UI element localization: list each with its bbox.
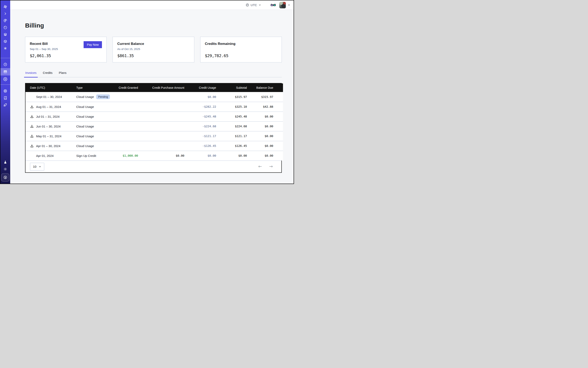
billing-summary-cards: Recent Bill Sep 01 – Sep 30, 2025 $2,061… [25,37,282,62]
tab-plans[interactable]: Plans [59,71,67,77]
pagination-controls: ← → [258,165,273,169]
table-row: Sept 01 – 30, 2024 Cloud Usage Pending $… [26,92,283,102]
subtotal-value: $0.00 [216,151,247,161]
credit-granted-value [115,92,138,102]
invoice-type: Cloud Usage [76,105,94,109]
invoice-date: Apr 01 – 30, 2024 [36,144,60,148]
invoice-type: Sign Up Credit [76,154,96,157]
glasses-icon [271,3,276,7]
current-balance-card: Current Balance As of Oct 15, 2025 $861.… [113,37,194,62]
explore-icon[interactable] [0,17,10,24]
table-row: Apr 01 – 30, 2024 Cloud Usage -$126.45 $… [26,141,283,151]
presentation-mode-button[interactable] [271,3,276,7]
credit-purchase-value [138,141,184,151]
column-header-subtotal: Subtotal [216,83,247,92]
prev-page-button[interactable]: ← [258,165,262,169]
balance-due-value: $0.00 [247,111,283,121]
download-invoice-icon[interactable] [30,105,34,109]
expand-sidebar-icon[interactable] [0,10,10,17]
recent-bill-card: Recent Bill Sep 01 – Sep 30, 2025 $2,061… [25,37,107,62]
page-title: Billing [25,22,282,29]
credit-purchase-value [138,102,184,111]
balance-due-value: $315.97 [247,92,283,102]
credit-granted-value: $1,000.00 [115,151,138,161]
invoice-type: Cloud Usage [76,144,94,148]
download-invoice-icon[interactable] [30,134,34,138]
sidebar-divider [0,84,10,85]
invoice-type: Cloud Usage [76,125,94,128]
credit-granted-value [115,111,138,121]
download-invoice-icon[interactable] [30,124,34,128]
layers-icon[interactable] [0,31,10,38]
subtotal-value: $315.97 [216,92,247,102]
logo-icon[interactable] [0,3,10,10]
subtotal-value: $126.45 [216,141,247,151]
card-title: Recent Bill [30,42,48,46]
card-amount: $2,061.35 [30,53,51,58]
table-row: May 01 – 31, 2024 Cloud Usage -$121.17 $… [26,131,283,141]
balance-due-value: $0.00 [247,131,283,141]
table-row: Apr 01, 2024 Sign Up Credit $1,000.00 $0… [26,151,283,161]
docs-icon[interactable] [0,94,10,101]
column-header-balance-due: Balance Due [247,83,283,92]
balance-due-value: $0.00 [247,151,283,161]
tasks-icon[interactable] [0,45,10,52]
usage-icon[interactable] [0,61,10,68]
balance-due-value: $0.00 [247,141,283,151]
settings-icon[interactable] [0,75,10,83]
status-badge: Pending [96,94,110,99]
pay-now-button[interactable]: Pay Now [84,41,102,48]
invoice-date: Sept 01 – 30, 2024 [36,95,62,99]
subtotal-value: $121.17 [216,131,247,141]
table-row: Aug 01 – 31, 2024 Cloud Usage -$282.22 $… [26,102,283,111]
credit-usage-value: -$126.45 [184,141,216,151]
tab-invoices[interactable]: Invoices [25,71,37,77]
timezone-label: UTC [251,3,257,7]
history-icon[interactable] [0,24,10,31]
upgrade-icon[interactable] [1,173,9,182]
page-size-select[interactable]: 10 [30,163,44,171]
invoice-date: Aug 01 – 31, 2024 [36,105,61,109]
theme-icon[interactable] [0,166,10,173]
credit-usage-value: -$224.68 [184,121,216,131]
invoice-date: May 01 – 31, 2024 [36,134,61,138]
next-page-button[interactable]: → [269,165,273,169]
column-header-date: Date (UTC) [26,83,76,92]
credit-purchase-value [138,111,184,121]
credit-granted-value [115,102,138,111]
credit-purchase-value [138,92,184,102]
credit-usage-value: -$245.48 [184,111,216,121]
credits-remaining-card: Credits Remaining $29,782.65 [200,37,282,62]
billing-tabs: Invoices Credits Plans [25,71,282,77]
main-content: Billing Recent Bill Sep 01 – Sep 30, 202… [10,10,294,184]
account-menu-chevron-icon[interactable] [288,4,290,6]
card-subtitle: As of Oct 15, 2025 [117,47,140,51]
credit-usage-value: -$282.22 [184,102,216,111]
rocket-icon[interactable] [0,101,10,108]
credit-purchase-value [138,121,184,131]
support-icon[interactable] [0,88,10,94]
balance-due-value: $42.88 [247,102,283,111]
subtotal-value: $325.10 [216,102,247,111]
invoice-date: Apr 01, 2024 [36,154,54,157]
column-header-type: Type [76,83,115,92]
table-header-row: Date (UTC) Type Credit Granted Credit Pu… [26,83,283,92]
balance-due-value: $0.00 [247,121,283,131]
column-header-credit-usage: Credit Usage [184,83,216,92]
chevron-down-icon [38,165,41,168]
timezone-selector[interactable]: UTC [246,3,261,7]
labs-icon[interactable] [0,159,10,166]
avatar[interactable] [279,2,286,8]
download-invoice-icon[interactable] [30,114,34,119]
credit-granted-value [115,131,138,141]
column-header-credit-granted: Credit Granted [115,83,138,92]
credit-usage-value: $0.00 [184,92,216,102]
credit-usage-value: -$121.17 [184,131,216,141]
download-invoice-icon[interactable] [30,144,34,148]
card-amount: $861.35 [117,53,134,58]
subtotal-value: $224.68 [216,121,247,131]
chevron-down-icon [259,4,261,6]
billing-icon[interactable] [0,68,10,75]
package-icon[interactable] [0,38,10,45]
tab-credits[interactable]: Credits [43,71,53,77]
